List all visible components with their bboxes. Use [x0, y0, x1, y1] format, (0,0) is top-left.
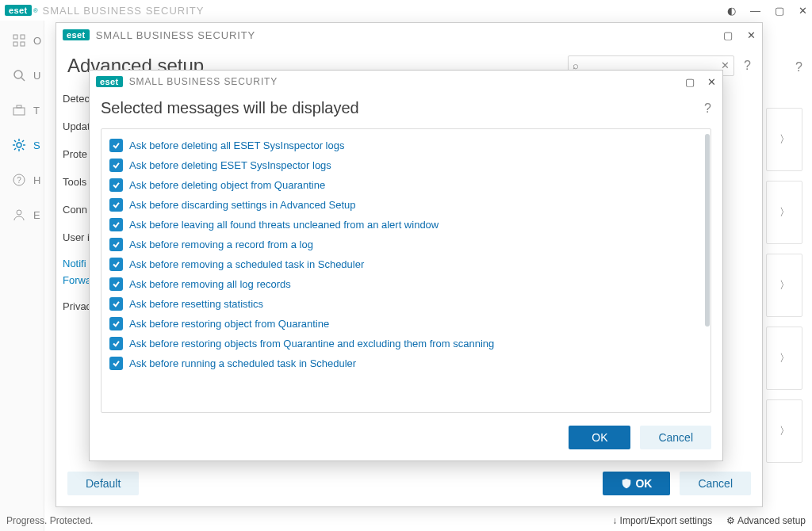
confirmation-item[interactable]: Ask before running a scheduled task in S… — [108, 353, 703, 373]
dlg-window-title: SMALL BUSINESS SECURITY — [129, 76, 278, 87]
confirmation-item-label: Ask before resetting statistics — [129, 298, 263, 310]
close-icon[interactable]: ✕ — [747, 29, 756, 41]
dialog-heading: Selected messages will be displayed — [101, 99, 359, 117]
maximize-icon[interactable]: ▢ — [723, 29, 733, 41]
sidebar-item-setup[interactable]: S — [0, 136, 44, 154]
svg-point-19 — [17, 210, 21, 215]
brand-badge: eset — [63, 29, 90, 40]
sidebar-item-help[interactable]: ? H — [0, 171, 44, 189]
registered-mark: ® — [33, 7, 38, 14]
confirmation-item-label: Ask before removing all log records — [129, 278, 291, 290]
checkbox[interactable] — [109, 218, 123, 231]
grid-icon — [13, 34, 25, 47]
section-toggle[interactable]: 〉 — [766, 181, 802, 244]
svg-point-8 — [17, 143, 21, 147]
confirmation-item[interactable]: Ask before leaving all found threats unc… — [108, 215, 703, 235]
svg-rect-3 — [21, 42, 25, 46]
close-icon[interactable]: ✕ — [707, 76, 716, 88]
shield-icon — [621, 478, 632, 489]
default-button[interactable]: Default — [67, 472, 139, 495]
help-icon[interactable]: ? — [704, 101, 711, 116]
confirmation-item[interactable]: Ask before restoring object from Quarant… — [108, 314, 703, 334]
main-title: SMALL BUSINESS SECURITY — [43, 5, 205, 17]
gear-icon — [13, 139, 25, 151]
confirmation-item[interactable]: Ask before removing all log records — [108, 274, 703, 294]
question-icon: ? — [13, 174, 25, 186]
contrast-icon[interactable]: ◐ — [727, 5, 736, 17]
svg-rect-6 — [13, 108, 25, 115]
import-export-link[interactable]: ↓ Import/Export settings — [612, 515, 712, 526]
svg-rect-1 — [21, 35, 25, 39]
adv-titlebar: eset SMALL BUSINESS SECURITY ▢ ✕ — [56, 23, 762, 47]
confirmation-item-label: Ask before restoring object from Quarant… — [129, 318, 329, 330]
confirmation-item[interactable]: Ask before discarding settings in Advanc… — [108, 195, 703, 215]
confirmation-item-label: Ask before restoring objects from Quaran… — [129, 338, 494, 350]
briefcase-icon — [13, 104, 25, 117]
svg-text:?: ? — [17, 176, 21, 185]
checkbox[interactable] — [109, 139, 123, 152]
confirmation-item[interactable]: Ask before deleting ESET SysInspector lo… — [108, 155, 703, 175]
status-text: Progress. Protected. — [6, 515, 93, 526]
sidebar-item-overview[interactable]: O — [0, 32, 44, 49]
scrollbar-thumb[interactable] — [705, 134, 710, 327]
confirmation-item-label: Ask before deleting ESET SysInspector lo… — [129, 159, 331, 171]
adv-footer: Default OK Cancel — [56, 464, 762, 506]
main-titlebar: eset ® SMALL BUSINESS SECURITY ◐ — ▢ ✕ — [0, 0, 812, 21]
confirmation-item-label: Ask before deleting object from Quaranti… — [129, 179, 325, 191]
checkbox[interactable] — [109, 297, 123, 311]
confirmation-item-label: Ask before deleting all ESET SysInspecto… — [129, 139, 344, 151]
section-toggle[interactable]: 〉 — [766, 108, 802, 171]
checkbox[interactable] — [109, 178, 123, 192]
checkbox[interactable] — [109, 159, 123, 172]
checkbox[interactable] — [109, 238, 123, 251]
advanced-setup-link[interactable]: ⚙ Advanced setup — [726, 515, 806, 526]
status-bar: Progress. Protected. ↓ Import/Export set… — [6, 515, 806, 526]
sidebar-item-account[interactable]: E — [0, 206, 44, 223]
minimize-icon[interactable]: — — [750, 5, 760, 17]
help-icon[interactable]: ? — [795, 60, 802, 74]
checkbox[interactable] — [109, 357, 123, 370]
cancel-button[interactable]: Cancel — [680, 472, 751, 495]
cancel-button[interactable]: Cancel — [640, 426, 711, 449]
dialog-list-container: Ask before deleting all ESET SysInspecto… — [101, 128, 711, 413]
confirmation-item-label: Ask before running a scheduled task in S… — [129, 357, 356, 369]
sidebar-item-update[interactable]: U — [0, 67, 44, 84]
maximize-icon[interactable]: ▢ — [775, 5, 784, 17]
svg-rect-0 — [13, 35, 17, 39]
confirmation-item[interactable]: Ask before deleting all ESET SysInspecto… — [108, 136, 703, 155]
svg-point-4 — [14, 71, 22, 78]
checkbox[interactable] — [109, 198, 123, 212]
svg-line-16 — [22, 140, 24, 142]
svg-line-14 — [22, 148, 24, 150]
gear-icon: ⚙ — [726, 515, 735, 526]
ok-button[interactable]: OK — [603, 472, 670, 495]
confirmation-item[interactable]: Ask before removing a scheduled task in … — [108, 254, 703, 274]
svg-rect-2 — [13, 42, 17, 46]
sidebar-item-tools[interactable]: T — [0, 101, 44, 119]
confirmation-item[interactable]: Ask before resetting statistics — [108, 294, 703, 314]
main-sidebar: O U T S ? H E — [0, 21, 44, 531]
section-toggle[interactable]: 〉 — [766, 399, 802, 463]
checkbox[interactable] — [109, 317, 123, 330]
confirmation-item[interactable]: Ask before restoring objects from Quaran… — [108, 334, 703, 353]
help-icon[interactable]: ? — [744, 59, 751, 73]
checkbox[interactable] — [109, 277, 123, 291]
confirmation-item-label: Ask before removing a scheduled task in … — [129, 258, 364, 270]
dialog-list[interactable]: Ask before deleting all ESET SysInspecto… — [102, 129, 710, 412]
section-toggle[interactable]: 〉 — [766, 254, 802, 317]
section-toggles: 〉 〉 〉 〉 〉 — [766, 108, 802, 463]
adv-window-title: SMALL BUSINESS SECURITY — [96, 29, 256, 41]
ok-button[interactable]: OK — [569, 426, 630, 449]
confirmation-item-label: Ask before discarding settings in Advanc… — [129, 199, 355, 211]
confirmation-item[interactable]: Ask before deleting object from Quaranti… — [108, 175, 703, 195]
svg-line-5 — [21, 78, 25, 81]
close-icon[interactable]: ✕ — [799, 5, 807, 17]
brand-badge: eset — [5, 5, 32, 16]
brand-badge: eset — [96, 76, 123, 87]
maximize-icon[interactable]: ▢ — [685, 76, 695, 88]
confirmation-item[interactable]: Ask before removing a record from a log — [108, 235, 703, 254]
confirmation-messages-dialog: eset SMALL BUSINESS SECURITY ▢ ✕ Selecte… — [89, 70, 723, 461]
checkbox[interactable] — [109, 337, 123, 350]
checkbox[interactable] — [109, 258, 123, 271]
section-toggle[interactable]: 〉 — [766, 327, 802, 390]
